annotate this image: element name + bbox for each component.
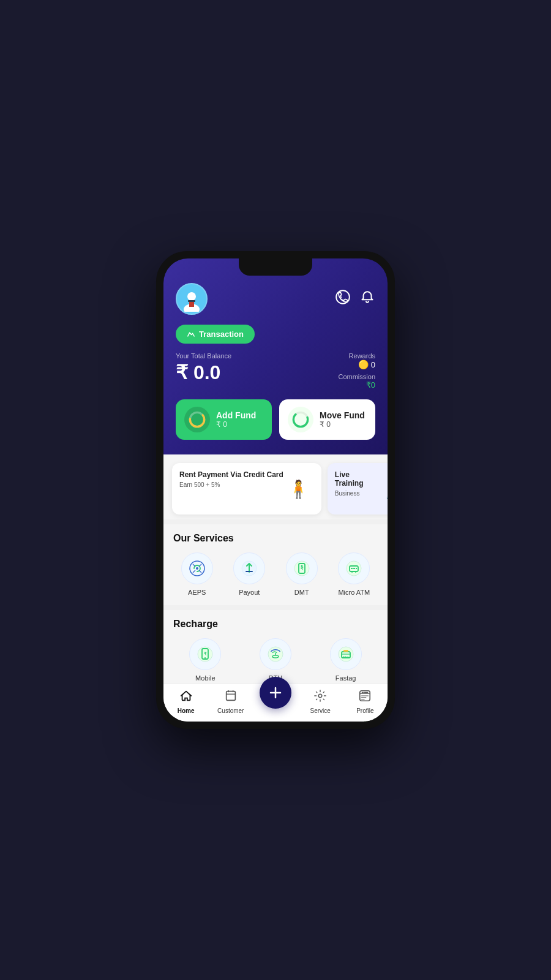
customer-icon	[224, 689, 238, 706]
promo-text-live: LiveTraining Business	[335, 470, 381, 497]
add-fund-text: Add Fund ₹ 0	[216, 410, 256, 429]
promo-title-rent: Rent Payment Via Credit Card	[179, 470, 283, 479]
commission-label: Commission	[338, 373, 375, 380]
home-label: Home	[178, 707, 195, 714]
dmt-icon: ₹	[286, 552, 318, 584]
promo-img-live: 💻	[381, 470, 388, 507]
service-icon	[313, 689, 327, 706]
profile-icon	[358, 689, 372, 706]
balance-left: Your Total Balance ₹ 0.0	[176, 352, 231, 384]
fund-buttons: Add Fund ₹ 0 Move Fund ₹ 0	[176, 399, 375, 440]
fastag-icon: TAG	[330, 638, 362, 670]
promo-card-live[interactable]: LiveTraining Business 💻	[328, 463, 388, 514]
svg-text:TAG: TAG	[343, 655, 349, 659]
nav-center-plus[interactable]	[253, 689, 298, 714]
svg-point-26	[204, 657, 206, 658]
phone-frame: Transaction Your Total Balance ₹ 0.0 Rew…	[156, 251, 395, 729]
whatsapp-icon[interactable]	[335, 289, 351, 309]
services-grid: AEPS Payout	[173, 552, 378, 597]
nav-customer[interactable]: Customer	[208, 689, 253, 714]
our-services-title: Our Services	[173, 533, 378, 544]
svg-point-5	[336, 290, 350, 304]
svg-rect-13	[246, 571, 253, 572]
phone-screen: Transaction Your Total Balance ₹ 0.0 Rew…	[163, 258, 388, 722]
coin-icon: 🟡	[358, 360, 369, 369]
home-icon	[179, 689, 193, 706]
divider-1	[163, 519, 388, 524]
header-top	[176, 283, 375, 315]
customer-label: Customer	[217, 707, 244, 714]
rewards-value: 🟡 0	[338, 360, 375, 369]
aeps-icon	[181, 552, 213, 584]
balance-label: Your Total Balance	[176, 352, 231, 360]
promo-img-rent: 🧍	[283, 470, 314, 507]
nav-home[interactable]: Home	[163, 689, 208, 714]
plus-button[interactable]	[260, 677, 291, 709]
micro-atm-label: Micro ATM	[338, 588, 370, 597]
header-icons	[335, 289, 375, 309]
add-fund-button[interactable]: Add Fund ₹ 0	[176, 399, 272, 440]
svg-rect-40	[226, 692, 235, 701]
micro-atm-icon	[338, 552, 370, 584]
add-fund-icon	[184, 407, 210, 432]
fastag-label: Fastag	[335, 674, 356, 682]
move-fund-text: Move Fund ₹ 0	[320, 410, 365, 429]
commission-value: ₹0	[338, 380, 375, 390]
nav-service[interactable]: Service	[298, 689, 343, 714]
balance-amount: ₹ 0.0	[176, 361, 231, 384]
transaction-button[interactable]: Transaction	[176, 325, 255, 344]
promo-sub-rent: Earn 500 + 5%	[179, 481, 283, 488]
service-label: Service	[310, 707, 331, 714]
move-fund-icon	[288, 407, 313, 432]
svg-rect-21	[353, 568, 355, 569]
our-services-section: Our Services AEPS	[163, 524, 388, 605]
promo-text-rent: Rent Payment Via Credit Card Earn 500 + …	[179, 470, 283, 488]
rewards-label: Rewards	[338, 352, 375, 360]
svg-point-17	[301, 565, 302, 567]
divider-2	[163, 605, 388, 610]
service-micro-atm[interactable]: Micro ATM	[331, 552, 378, 597]
promo-sub-live: Business	[335, 490, 381, 497]
svg-rect-4	[188, 300, 195, 302]
mobile-recharge-icon: ₹	[189, 638, 221, 670]
service-dmt[interactable]: ₹ DMT	[278, 552, 326, 597]
svg-point-1	[187, 292, 196, 301]
move-fund-button[interactable]: Move Fund ₹ 0	[279, 399, 375, 440]
service-payout[interactable]: Payout	[226, 552, 274, 597]
svg-point-11	[196, 567, 198, 570]
balance-section: Your Total Balance ₹ 0.0 Rewards 🟡 0 Com…	[176, 352, 375, 390]
recharge-title: Recharge	[173, 619, 378, 630]
promo-card-rent[interactable]: Rent Payment Via Credit Card Earn 500 + …	[172, 463, 321, 514]
avatar[interactable]	[176, 283, 208, 315]
svg-rect-22	[356, 568, 357, 569]
balance-right: Rewards 🟡 0 Commission ₹0	[338, 352, 375, 390]
payout-icon	[233, 552, 265, 584]
profile-label: Profile	[356, 707, 373, 714]
dth-recharge-icon	[260, 638, 291, 670]
promo-title-live: LiveTraining	[335, 470, 381, 488]
header-card: Transaction Your Total Balance ₹ 0.0 Rew…	[163, 258, 388, 454]
service-aeps[interactable]: AEPS	[173, 552, 221, 597]
svg-rect-20	[351, 568, 353, 569]
bottom-nav: Home Customer	[163, 684, 388, 722]
svg-point-41	[318, 694, 322, 698]
phone-notch	[239, 258, 312, 276]
notification-icon[interactable]	[359, 289, 375, 309]
payout-label: Payout	[239, 588, 260, 597]
promo-section: Rent Payment Via Credit Card Earn 500 + …	[163, 454, 388, 519]
nav-profile[interactable]: Profile	[343, 689, 388, 714]
dmt-label: DMT	[294, 588, 309, 597]
aeps-label: AEPS	[188, 588, 206, 597]
svg-rect-31	[343, 650, 348, 652]
transaction-label: Transaction	[199, 330, 244, 339]
